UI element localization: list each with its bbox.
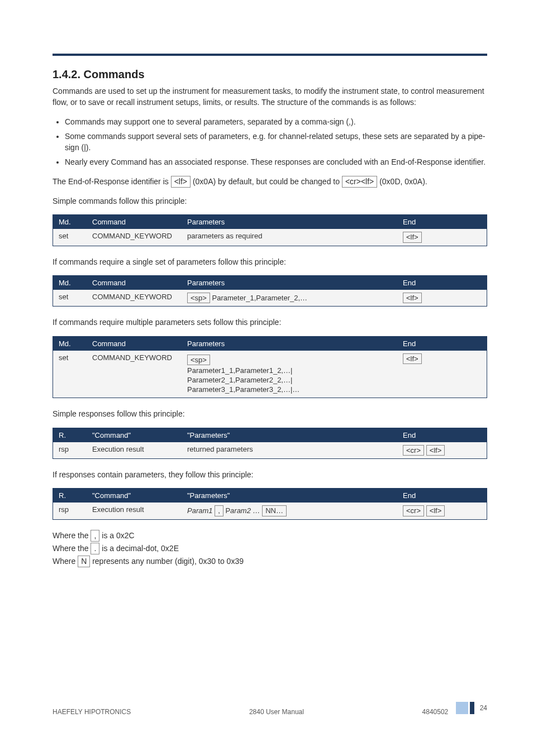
list-item: Commands may support one to several para… xyxy=(65,116,487,127)
cell-params: returned parameters xyxy=(182,442,397,459)
cell-mode: rsp xyxy=(53,503,87,519)
table-row: rsp Execution result Param1 , Param2 … N… xyxy=(53,503,487,519)
th-mode: Md. xyxy=(53,215,87,229)
param-line: Parameter2_1,Parameter2_2,…| xyxy=(187,376,392,384)
th-mode: Md. xyxy=(53,337,87,351)
cell-cmd: Execution result xyxy=(87,503,182,519)
table-caption: If responses contain parameters, they fo… xyxy=(53,469,487,480)
cell-end: <cr> <lf> xyxy=(397,503,487,519)
page-footer: HAEFELY HIPOTRONICS 2840 User Manual 484… xyxy=(53,702,487,716)
list-item: Some commands support several sets of pa… xyxy=(65,131,487,154)
crlf-box: <cr><lf> xyxy=(342,176,377,188)
th-command: "Command" xyxy=(87,428,182,442)
comma-box: , xyxy=(215,505,223,516)
sp-box: <sp> xyxy=(187,293,210,304)
footer-right: 4840502 24 xyxy=(422,702,487,716)
comma-box: , xyxy=(91,530,99,542)
table-caption: If commands require multiple parameters … xyxy=(53,317,487,328)
lf-box: <lf> xyxy=(426,505,445,516)
th-command: "Command" xyxy=(87,489,182,503)
cell-end: <cr> <lf> xyxy=(397,442,487,459)
cr-box: <cr> xyxy=(403,445,424,456)
response-simple-table: R. "Command" "Parameters" End rsp Execut… xyxy=(53,428,487,460)
page-badge: 24 xyxy=(456,702,487,714)
th-command: Command xyxy=(87,215,182,229)
param-line: Parameter1_1,Parameter1_2,…| xyxy=(187,366,392,375)
th-end: End xyxy=(397,337,487,351)
params-text: Parameter_1,Parameter_2,… xyxy=(212,294,308,302)
nn-box: NN… xyxy=(262,505,287,516)
lf-box: <lf> xyxy=(403,232,422,243)
page-number: 24 xyxy=(480,704,487,712)
eor-mid: (0x0A) by default, but could be changed … xyxy=(193,177,342,186)
note-post: is a decimal-dot, 0x2E xyxy=(102,544,179,553)
th-mode: R. xyxy=(53,489,87,503)
bullet-list: Commands may support one to several para… xyxy=(65,116,487,168)
cell-cmd: COMMAND_KEYWORD xyxy=(87,351,182,398)
footer-code: 4840502 xyxy=(422,708,449,716)
table-caption: Simple responses follow this principle: xyxy=(53,408,487,419)
th-params: "Parameters" xyxy=(182,489,397,503)
n-box: N xyxy=(78,556,90,567)
top-rule xyxy=(53,54,487,56)
footer-left: HAEFELY HIPOTRONICS xyxy=(53,708,131,716)
th-end: End xyxy=(397,428,487,442)
th-params: Parameters xyxy=(182,215,397,229)
lf-box: <lf> xyxy=(426,445,445,456)
cell-end: <lf> xyxy=(397,351,487,398)
cell-mode: set xyxy=(53,351,87,398)
page-badge-dark xyxy=(470,702,474,714)
aram2-text: aram2 … xyxy=(230,506,260,515)
page-content: 1.4.2. Commands Commands are used to set… xyxy=(53,54,487,568)
th-params: Parameters xyxy=(182,337,397,351)
table-caption: Simple commands follow this principle: xyxy=(53,195,487,207)
th-command: Command xyxy=(87,276,182,290)
intro-paragraph: Commands are used to set up the instrume… xyxy=(53,85,487,108)
note-post: represents any number (digit), 0x30 to 0… xyxy=(92,557,244,566)
cell-mode: rsp xyxy=(53,442,87,459)
th-command: Command xyxy=(87,337,182,351)
section-heading: 1.4.2. Commands xyxy=(53,68,487,81)
cell-end: <lf> xyxy=(397,229,487,246)
table-caption: If commands require a single set of para… xyxy=(53,256,487,267)
cell-mode: set xyxy=(53,229,87,246)
sp-box: <sp> xyxy=(187,355,210,366)
response-params-table: R. "Command" "Parameters" End rsp Execut… xyxy=(53,488,487,520)
note-pre: Where the xyxy=(53,544,91,553)
simple-command-table: Md. Command Parameters End set COMMAND_K… xyxy=(53,214,487,246)
note-post: is a 0x2C xyxy=(102,531,134,540)
dot-box: . xyxy=(91,543,99,554)
note-line: Where the , is a 0x2C xyxy=(53,530,487,542)
table-row: set COMMAND_KEYWORD <sp> Parameter_1,Par… xyxy=(53,290,487,307)
footer-center: 2840 User Manual xyxy=(249,708,304,716)
cell-end: <lf> xyxy=(397,290,487,307)
th-mode: R. xyxy=(53,428,87,442)
note-pre: Where xyxy=(53,557,78,566)
th-mode: Md. xyxy=(53,276,87,290)
multi-params-table: Md. Command Parameters End set COMMAND_K… xyxy=(53,336,487,399)
cell-cmd: Execution result xyxy=(87,442,182,459)
note-line: Where N represents any number (digit), 0… xyxy=(53,556,487,567)
page-badge-light xyxy=(456,702,468,714)
note-pre: Where the xyxy=(53,531,91,540)
eor-paragraph: The End-of-Response identifier is <lf> (… xyxy=(53,176,487,188)
note-line: Where the . is a decimal-dot, 0x2E xyxy=(53,543,487,554)
th-params: Parameters xyxy=(182,276,397,290)
cell-params: Param1 , Param2 … NN… xyxy=(182,503,397,519)
lf-box: <lf> xyxy=(403,353,422,365)
single-params-table: Md. Command Parameters End set COMMAND_K… xyxy=(53,275,487,307)
cell-mode: set xyxy=(53,290,87,307)
cell-params: <sp> Parameter1_1,Parameter1_2,…| Parame… xyxy=(182,351,397,398)
lf-box: <lf> xyxy=(403,293,422,304)
th-end: End xyxy=(397,215,487,229)
table-row: rsp Execution result returned parameters… xyxy=(53,442,487,459)
table-row: set COMMAND_KEYWORD <sp> Parameter1_1,Pa… xyxy=(53,351,487,398)
list-item: Nearly every Command has an associated r… xyxy=(65,156,487,168)
th-params: "Parameters" xyxy=(182,428,397,442)
cell-params: parameters as required xyxy=(182,229,397,246)
param-line: Parameter3_1,Parameter3_2,…|… xyxy=(187,385,392,394)
eor-post: (0x0D, 0x0A). xyxy=(379,177,427,186)
cell-params: <sp> Parameter_1,Parameter_2,… xyxy=(182,290,397,307)
th-end: End xyxy=(397,276,487,290)
cell-cmd: COMMAND_KEYWORD xyxy=(87,229,182,246)
